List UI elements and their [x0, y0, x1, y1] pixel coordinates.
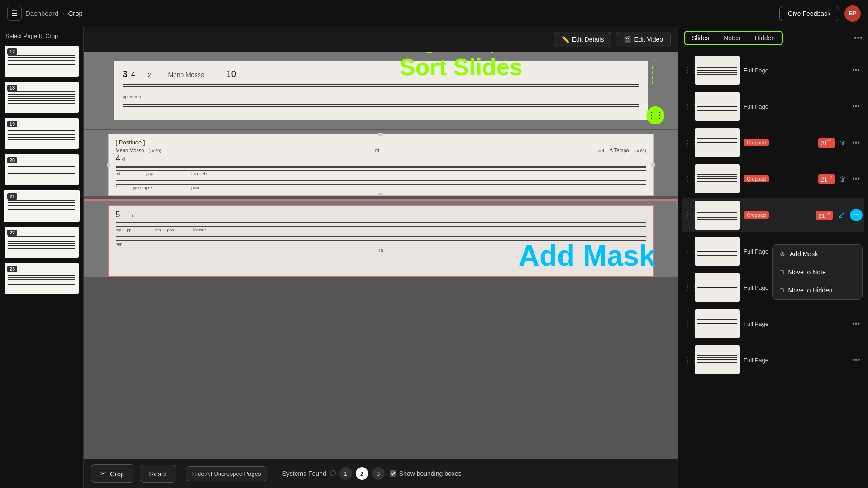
sort-icon: ⋮⋮	[646, 106, 664, 124]
reset-button[interactable]: Reset	[140, 465, 176, 483]
page-thumb-20[interactable]: 20	[4, 153, 80, 186]
drag-handle-18[interactable]: ⋮⋮	[684, 320, 691, 328]
tab-notes[interactable]: Notes	[716, 32, 748, 44]
sys-num-2[interactable]: 2	[356, 467, 368, 480]
sidebar-toggle-button[interactable]: ☰	[7, 6, 22, 21]
context-menu: ⊕ Add Mask □ Move to Note □ Move to Hidd…	[772, 244, 863, 300]
slide-label-21: Full Page	[744, 103, 846, 110]
slide-item-22[interactable]: ⋮⋮ Full Page •••	[682, 53, 864, 87]
tab-slides[interactable]: Slides	[685, 32, 716, 44]
add-mask-overlay: Add Mask	[519, 239, 655, 273]
move-to-hidden-icon: □	[780, 287, 783, 294]
header-right: Give Feedback EP	[779, 5, 861, 22]
slide-thumb-21	[695, 92, 740, 121]
drag-handle-21-1[interactable]: ⋮⋮	[684, 139, 691, 147]
show-bounding-boxes-checkbox[interactable]	[390, 470, 396, 477]
slide-item-21-1[interactable]: ⋮⋮ Cropped 21□1 🗑 •••	[682, 125, 864, 160]
sheet-area: 3 4 2 Meno Mosso 10 pp legato	[84, 52, 678, 459]
context-menu-add-mask[interactable]: ⊕ Add Mask	[773, 245, 862, 263]
slide-item-21[interactable]: ⋮⋮ Full Page •••	[682, 89, 864, 124]
sheet-section-mid: [ Postlude ] Meno Mosso (♩= 60) rit. acc…	[84, 129, 678, 196]
breadcrumb: Dashboard › Crop	[25, 10, 83, 17]
slide-item-21-3[interactable]: ⋮⋮ Cropped 21□3 ↙ •••	[682, 198, 864, 232]
sys-num-1[interactable]: 1	[339, 467, 352, 480]
add-mask-label: Add Mask	[519, 239, 655, 272]
move-to-note-icon: □	[780, 268, 783, 276]
page-thumb-21[interactable]: 21	[4, 190, 80, 222]
edit-video-button[interactable]: 🎬 Edit Video	[616, 32, 671, 47]
drag-drop-overlay: Drag & Drop to Sort Slides	[239, 52, 523, 81]
header: ☰ Dashboard › Crop Give Feedback EP	[0, 0, 868, 27]
trash-icon-21-1[interactable]: 🗑	[839, 139, 846, 146]
slide-thumb-21-1	[695, 128, 740, 157]
edit-details-button[interactable]: ✏️ Edit Details	[554, 32, 612, 47]
tab-group: Slides Notes Hidden	[684, 31, 783, 45]
context-menu-move-to-note[interactable]: □ Move to Note	[773, 263, 862, 281]
slide-thumb-20	[695, 237, 740, 266]
slide-menu-17[interactable]: •••	[849, 355, 863, 365]
drag-handle-20[interactable]: ⋮⋮	[684, 247, 691, 256]
context-menu-move-to-hidden-label: Move to Hidden	[788, 287, 832, 294]
slide-menu-21-1[interactable]: •••	[849, 138, 863, 148]
right-sidebar: Slides Notes Hidden ••• ⋮⋮ Full Page •••…	[678, 27, 868, 488]
slide-menu-22[interactable]: •••	[849, 65, 863, 75]
slide-item-17[interactable]: ⋮⋮ Full Page •••	[682, 343, 864, 377]
drag-handle-19[interactable]: ⋮⋮	[684, 283, 691, 292]
tab-hidden[interactable]: Hidden	[748, 32, 782, 44]
drag-handle-21[interactable]: ⋮⋮	[684, 102, 691, 111]
slide-thumb-22	[695, 56, 740, 85]
center-toolbar: ✏️ Edit Details 🎬 Edit Video	[84, 27, 678, 52]
more-options-button[interactable]: •••	[854, 33, 863, 43]
slide-num-badge-21-1: 21□1	[818, 138, 835, 148]
circle-target-icon: •••	[850, 209, 863, 221]
slide-num-badge-21-3: 21□3	[816, 211, 833, 220]
context-menu-add-mask-label: Add Mask	[790, 250, 818, 258]
crop-icon: ✂	[100, 469, 106, 478]
slide-badge-21-2: Cropped	[744, 175, 769, 182]
page-thumb-19[interactable]: 19	[4, 117, 80, 150]
sheet-section-bot: 5 rall. mp pp mp → ppp lontano	[84, 199, 678, 277]
slide-thumb-19	[695, 273, 740, 302]
breadcrumb-separator: ›	[62, 10, 64, 17]
center-content: ✏️ Edit Details 🎬 Edit Video 3 4 2 Meno …	[84, 27, 678, 488]
slide-item-21-2[interactable]: ⋮⋮ Cropped 21□2 🗑 •••	[682, 162, 864, 196]
video-icon: 🎬	[624, 36, 631, 43]
page-thumb-18[interactable]: 18	[4, 81, 80, 114]
slide-label-22: Full Page	[744, 67, 846, 74]
context-menu-move-to-note-label: Move to Note	[788, 268, 825, 276]
drag-handle-22[interactable]: ⋮⋮	[684, 66, 691, 75]
drag-handle-21-3[interactable]: ⋮⋮	[684, 211, 691, 220]
trash-icon-21-2[interactable]: 🗑	[839, 175, 846, 182]
slide-badge-21-3: Cropped	[744, 211, 769, 219]
dashed-arrow-up: ↑	[652, 57, 656, 86]
breadcrumb-root[interactable]: Dashboard	[25, 10, 58, 17]
drag-drop-line2: Sort Slides	[239, 53, 523, 81]
sys-num-3[interactable]: 3	[372, 467, 385, 480]
page-thumb-22[interactable]: 22	[4, 226, 80, 258]
pencil-icon: ✏️	[562, 36, 569, 43]
main-layout: Select Page to Crop 17 18 19 20	[0, 27, 868, 488]
right-tabs: Slides Notes Hidden •••	[678, 27, 868, 49]
avatar: EP	[844, 5, 861, 22]
crop-button[interactable]: ✂ Crop	[91, 464, 134, 483]
context-menu-move-to-hidden[interactable]: □ Move to Hidden	[773, 281, 862, 299]
slide-item-18[interactable]: ⋮⋮ Full Page •••	[682, 306, 864, 341]
slide-badge-21-1: Cropped	[744, 139, 769, 146]
left-sidebar: Select Page to Crop 17 18 19 20	[0, 27, 84, 488]
page-thumb-23[interactable]: 23	[4, 262, 80, 295]
hide-uncropped-button[interactable]: Hide All Uncropped Pages	[186, 466, 268, 481]
slide-menu-21[interactable]: •••	[849, 101, 863, 111]
drag-handle-21-2[interactable]: ⋮⋮	[684, 175, 691, 183]
drag-handle-17[interactable]: ⋮⋮	[684, 356, 691, 364]
slide-menu-18[interactable]: •••	[849, 319, 863, 329]
page-thumb-17[interactable]: 17	[4, 45, 80, 77]
bottom-toolbar: ✂ Crop Reset Hide All Uncropped Pages Sy…	[84, 459, 678, 488]
slide-thumb-21-2	[695, 164, 740, 193]
slide-num-badge-21-2: 21□2	[818, 174, 835, 184]
slide-thumb-18	[695, 309, 740, 338]
slide-label-17: Full Page	[744, 357, 846, 364]
slide-menu-21-2[interactable]: •••	[849, 174, 863, 184]
sheet-section-top: 3 4 2 Meno Mosso 10 pp legato	[84, 52, 678, 129]
show-bounding-boxes-label[interactable]: Show bounding boxes	[390, 470, 462, 477]
give-feedback-button[interactable]: Give Feedback	[779, 6, 839, 21]
